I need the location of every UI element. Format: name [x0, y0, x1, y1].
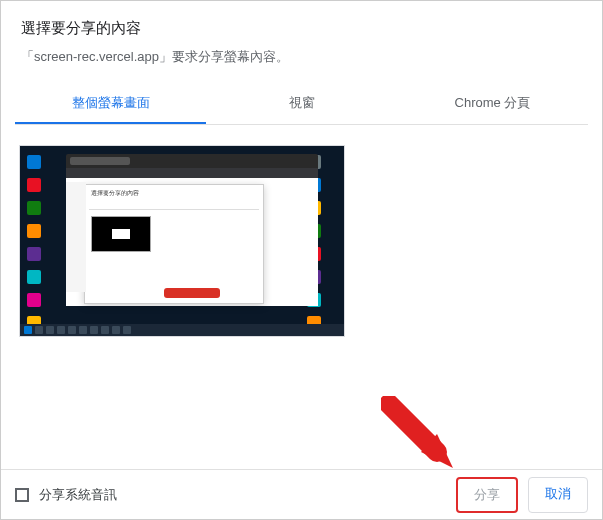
share-button[interactable]: 分享 — [456, 477, 518, 513]
share-audio-label[interactable]: 分享系統音訊 — [39, 486, 117, 504]
dialog-title: 選擇要分享的內容 — [21, 19, 582, 38]
cancel-button[interactable]: 取消 — [528, 477, 588, 513]
source-tabs: 整個螢幕畫面 視窗 Chrome 分頁 — [15, 84, 588, 125]
preview-area: 選擇要分享的內容 — [1, 125, 602, 357]
dialog-subtitle: 「screen-rec.vercel.app」要求分享螢幕內容。 — [21, 48, 582, 66]
inner-dialog-title: 選擇要分享的內容 — [85, 185, 263, 202]
tab-entire-screen[interactable]: 整個螢幕畫面 — [15, 84, 206, 124]
tab-chrome-tab[interactable]: Chrome 分頁 — [397, 84, 588, 124]
screen-thumbnail[interactable]: 選擇要分享的內容 — [19, 145, 345, 337]
tab-window[interactable]: 視窗 — [206, 84, 397, 124]
annotation-arrow-icon — [381, 396, 471, 476]
share-audio-checkbox[interactable] — [15, 488, 29, 502]
